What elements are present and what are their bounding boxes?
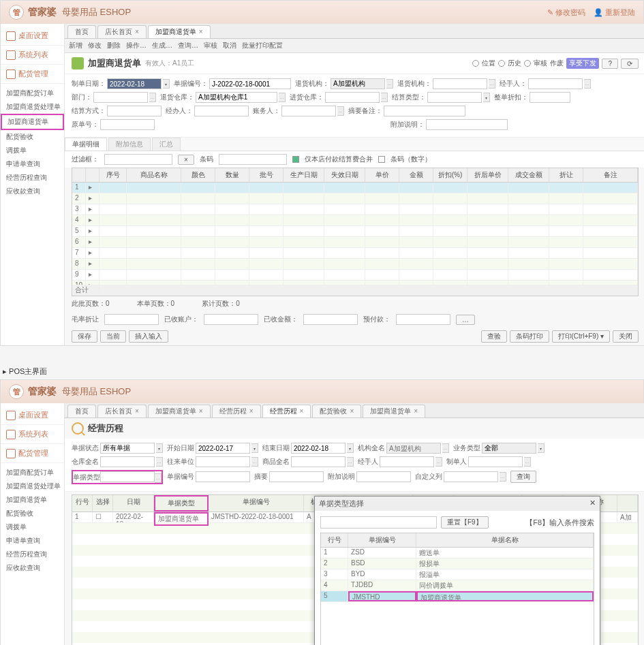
maker-input[interactable] [468, 456, 523, 467]
tab[interactable]: 经营历程× [212, 405, 261, 418]
table-row[interactable]: 3▸ [72, 204, 638, 215]
column-header[interactable]: 日期 [113, 495, 154, 512]
reset-button[interactable]: 重置【F9】 [441, 516, 489, 529]
save-button[interactable]: 保存 [72, 330, 97, 343]
merge-checkbox[interactable] [292, 156, 299, 163]
table-row[interactable]: 5▸ [72, 226, 638, 237]
biztype-select[interactable] [482, 443, 536, 454]
column-header[interactable]: 金额 [399, 168, 433, 182]
column-header[interactable]: 选择 [93, 495, 113, 512]
lookup-icon[interactable]: … [500, 472, 506, 482]
sidebar-item[interactable]: 经营历程查询 [1, 171, 64, 185]
wh-input[interactable] [196, 92, 277, 103]
sidebar-item[interactable]: 调拨单 [1, 144, 64, 157]
extra-input[interactable] [426, 119, 508, 130]
side-group-system[interactable]: 系统列表 [1, 46, 64, 65]
sidebar-item[interactable]: 加盟商退货单 [1, 493, 64, 507]
table-row[interactable]: 1▸ [72, 183, 638, 193]
close-icon[interactable]: × [300, 407, 304, 415]
column-header[interactable]: 行号 [321, 533, 348, 547]
column-header[interactable]: 生产日期 [283, 168, 324, 182]
wh-input[interactable] [100, 456, 155, 467]
action-button[interactable]: 查验 [481, 330, 507, 343]
tab[interactable]: 加盟商退货单× [148, 405, 211, 418]
tab[interactable]: 经营历程× [262, 405, 311, 418]
chevron-down-icon[interactable]: ▾ [347, 443, 354, 453]
side-group-desktop[interactable]: 桌面设置 [1, 406, 64, 425]
toolbar-item[interactable]: 生成… [152, 41, 172, 50]
lookup-icon[interactable]: … [155, 473, 162, 483]
sidebar-item[interactable]: 应收款查询 [1, 561, 64, 575]
lookup-icon[interactable]: … [435, 457, 442, 467]
insert-button[interactable]: 插入输入 [129, 330, 168, 343]
sidebar-item[interactable]: 应收款查询 [1, 185, 64, 198]
inwh-input[interactable] [325, 92, 380, 103]
type-input[interactable] [427, 92, 482, 103]
close-icon[interactable]: × [199, 28, 203, 35]
lookup-icon[interactable]: … [381, 93, 388, 102]
column-header[interactable]: 商品名称 [127, 168, 181, 182]
sidebar-item[interactable]: 加盟商退货单 [1, 114, 64, 130]
toolbar-item[interactable]: 删除 [107, 41, 121, 50]
tab[interactable]: 首页 [67, 405, 96, 418]
side-group-desktop[interactable]: 桌面设置 [1, 27, 64, 46]
op-input[interactable] [194, 106, 249, 116]
toolbar-item[interactable]: 查询… [178, 41, 198, 50]
change-password-link[interactable]: ✎ 修改密码 [547, 7, 585, 18]
close-icon[interactable]: × [249, 407, 254, 415]
tab[interactable]: 加盟商退货单× [148, 25, 211, 38]
column-header[interactable]: 失效日期 [324, 168, 365, 182]
discount-input[interactable] [530, 92, 570, 103]
goods-input[interactable] [291, 456, 346, 467]
column-header[interactable] [86, 168, 99, 182]
sidebar-item[interactable]: 调拨单 [1, 520, 64, 534]
column-header[interactable]: 折让 [549, 168, 583, 182]
start-date-input[interactable] [196, 443, 250, 454]
filter-input[interactable] [104, 154, 172, 165]
paid-input[interactable] [204, 314, 258, 325]
column-header[interactable]: 单据编号 [209, 495, 304, 512]
list-item[interactable]: 5JMSTHD加盟商退货单 [321, 591, 594, 602]
subtab-sum[interactable]: 汇总 [152, 138, 181, 151]
side-group-system[interactable]: 系统列表 [1, 425, 64, 444]
doc-no-input[interactable] [209, 78, 291, 89]
table-row[interactable]: 10▸ [72, 281, 638, 285]
column-header[interactable]: 单据编号 [348, 533, 416, 547]
unit-input[interactable] [196, 456, 250, 467]
tab[interactable]: 店长首页× [97, 405, 147, 418]
column-header[interactable]: 行号 [72, 495, 93, 512]
addinfo-input[interactable] [356, 471, 411, 482]
abstract-input[interactable] [384, 106, 465, 116]
org-input[interactable] [331, 78, 385, 89]
sidebar-item[interactable]: 加盟商退货处理单 [1, 100, 64, 114]
more-button[interactable]: … [456, 315, 475, 325]
column-header[interactable]: 序号 [99, 168, 127, 182]
list-item[interactable]: 1ZSD赠送单 [321, 548, 594, 559]
subtab-detail[interactable]: 单据明细 [65, 138, 107, 151]
lookup-icon[interactable]: … [337, 106, 344, 116]
table-row[interactable]: 7▸ [72, 248, 638, 259]
chevron-down-icon[interactable]: ▾ [483, 93, 490, 102]
table-row[interactable]: 6▸ [72, 237, 638, 248]
sidebar-item[interactable]: 经营历程查询 [1, 548, 64, 561]
status-radio[interactable] [472, 60, 479, 67]
end-date-input[interactable] [291, 443, 346, 454]
sidebar-item[interactable]: 加盟商退货处理单 [1, 479, 64, 493]
lookup-icon[interactable]: … [156, 457, 163, 467]
status-radio[interactable] [498, 60, 505, 67]
column-header[interactable]: 颜色 [181, 168, 215, 182]
due-input[interactable] [396, 314, 450, 325]
close-icon[interactable]: × [350, 407, 354, 415]
toolbar-item[interactable]: 审核 [204, 41, 217, 50]
abstract-input[interactable] [269, 471, 324, 482]
rel-input[interactable] [433, 78, 487, 89]
handler-input[interactable] [380, 456, 434, 467]
acc-input[interactable] [281, 106, 336, 116]
tab[interactable]: 加盟商退货单× [363, 405, 425, 418]
lookup-icon[interactable]: … [489, 79, 495, 89]
sidebar-item[interactable]: 配货验收 [1, 130, 64, 144]
refresh-button[interactable]: ⟳ [621, 59, 639, 69]
sidebar-item[interactable]: 配货验收 [1, 507, 64, 520]
list-item[interactable]: 2BSD报损单 [321, 559, 594, 569]
toolbar-item[interactable]: 批量打印配置 [242, 41, 283, 50]
